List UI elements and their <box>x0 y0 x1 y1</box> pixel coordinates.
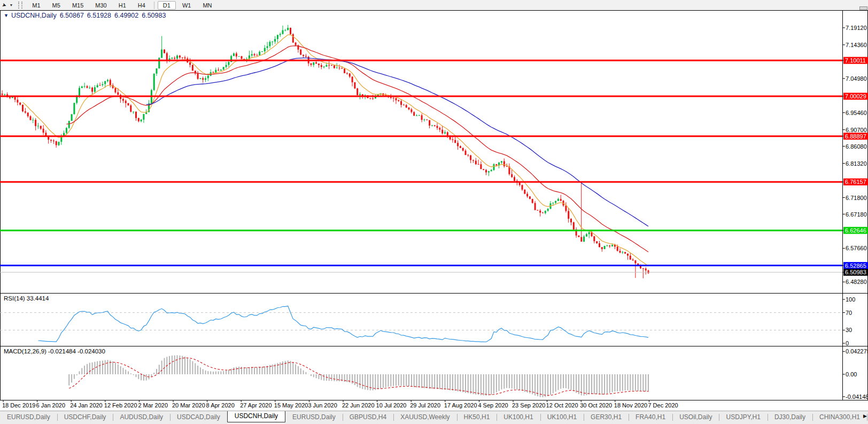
tab-item-fra40-h1[interactable]: FRA40,H1 <box>629 412 672 422</box>
svg-text:6.71800: 6.71800 <box>846 195 867 201</box>
macd-name: MACD(12,26,9) <box>4 348 46 354</box>
tab-item-gbpusd-h4[interactable]: GBPUSD,H4 <box>343 412 393 422</box>
tab-scroll-right-icon[interactable]: ▶ <box>863 413 867 419</box>
svg-text:18 Nov 2020: 18 Nov 2020 <box>614 402 647 408</box>
tab-item-china300-h1[interactable]: CHINA300,H1 <box>812 412 867 422</box>
svg-text:10 Jul 2020: 10 Jul 2020 <box>376 402 407 408</box>
close-value: 6.50983 <box>142 12 166 19</box>
svg-text:70: 70 <box>846 310 852 316</box>
svg-text:18 Dec 2019: 18 Dec 2019 <box>2 402 35 408</box>
svg-text:7.00029: 7.00029 <box>845 93 866 99</box>
svg-text:20 Mar 2020: 20 Mar 2020 <box>172 402 205 408</box>
svg-text:23 Sep 2020: 23 Sep 2020 <box>512 402 545 408</box>
rsi-value: 33.4414 <box>27 295 49 302</box>
tab-item-usdchf-daily[interactable]: USDCHF,Daily <box>57 412 113 422</box>
tab-item-xauusd-weekly[interactable]: XAUUSD,Weekly <box>393 412 456 422</box>
svg-text:6 Jan 2020: 6 Jan 2020 <box>36 402 65 408</box>
svg-text:6.52865: 6.52865 <box>845 263 866 269</box>
tab-item-usdjpy-h1[interactable]: USDJPY,H1 <box>719 412 767 422</box>
tab-item-uk100-h1[interactable]: UK100,H1 <box>497 412 540 422</box>
svg-text:7.14360: 7.14360 <box>846 42 867 48</box>
svg-text:6.67180: 6.67180 <box>846 211 867 218</box>
tab-item-usdcad-daily[interactable]: USDCAD,Daily <box>170 412 227 422</box>
svg-text:4 Sep 2020: 4 Sep 2020 <box>478 402 508 408</box>
svg-text:24 Jan 2020: 24 Jan 2020 <box>70 402 103 408</box>
svg-text:7.10011: 7.10011 <box>845 57 866 64</box>
tab-item-audusd-daily[interactable]: AUDUSD,Daily <box>113 412 170 422</box>
tab-item-hk50-h1[interactable]: HK50,H1 <box>457 412 497 422</box>
tab-item-usdcnh-daily[interactable]: USDCNH,Daily <box>227 411 285 422</box>
svg-text:30: 30 <box>846 327 852 333</box>
tab-item-eurusd-daily[interactable]: EURUSD,Daily <box>0 412 57 422</box>
svg-text:15 May 2020: 15 May 2020 <box>274 402 308 408</box>
low-value: 6.49902 <box>114 12 138 19</box>
svg-text:7.04980: 7.04980 <box>846 75 867 82</box>
rsi-name: RSI(14) <box>4 295 25 302</box>
svg-text:12 Feb 2020: 12 Feb 2020 <box>104 402 137 408</box>
symbol-caret-icon[interactable]: ▼ <box>4 13 9 18</box>
svg-text:6.90700: 6.90700 <box>846 127 867 133</box>
svg-text:6.62646: 6.62646 <box>845 227 866 234</box>
svg-text:7 Dec 2020: 7 Dec 2020 <box>648 402 678 408</box>
svg-text:7.19120: 7.19120 <box>846 25 867 31</box>
svg-text:0: 0 <box>846 340 849 346</box>
svg-text:3 Jun 2020: 3 Jun 2020 <box>308 402 337 408</box>
svg-text:6.95460: 6.95460 <box>846 110 867 116</box>
macd-values: -0.021484 -0.024030 <box>48 348 105 354</box>
svg-text:6.48280: 6.48280 <box>846 279 867 285</box>
tab-item-usoil-daily[interactable]: USOil,Daily <box>672 412 719 422</box>
tab-item-uk100-h1[interactable]: UK100,H1 <box>540 412 584 422</box>
svg-text:6.76157: 6.76157 <box>845 179 866 185</box>
high-value: 6.51928 <box>87 12 111 19</box>
svg-text:6.50983: 6.50983 <box>845 269 866 275</box>
svg-text:22 Jun 2020: 22 Jun 2020 <box>342 402 375 408</box>
svg-text:6.57660: 6.57660 <box>846 245 867 251</box>
svg-text:-0.04148: -0.04148 <box>846 394 868 400</box>
svg-text:29 Jul 2020: 29 Jul 2020 <box>410 402 440 408</box>
svg-text:30 Oct 2020: 30 Oct 2020 <box>580 402 612 408</box>
svg-text:0.042275: 0.042275 <box>846 348 868 354</box>
chart-ohlc-title: ▼USDCNH,Daily6.508676.519286.499026.5098… <box>4 12 166 27</box>
symbol-period-label: USDCNH,Daily <box>11 12 57 19</box>
svg-text:8 Apr 2020: 8 Apr 2020 <box>206 402 235 408</box>
mt4-window: ➤ ▼ M1M5M15M30H1H4D1W1MN 7.191207.143607… <box>0 0 868 424</box>
tab-item-ger30-h1[interactable]: GER30,H1 <box>584 412 629 422</box>
svg-text:0.00: 0.00 <box>846 371 857 377</box>
open-value: 6.50867 <box>60 12 84 19</box>
svg-text:6.86080: 6.86080 <box>846 143 867 150</box>
svg-text:27 Apr 2020: 27 Apr 2020 <box>240 402 272 408</box>
rsi-label: RSI(14) 33.4414 <box>4 295 49 308</box>
tab-item-eurusd-daily[interactable]: EURUSD,Daily <box>285 412 343 422</box>
tab-item-dj30-daily[interactable]: DJ30,Daily <box>768 412 812 422</box>
chart-canvas[interactable]: 7.191207.143607.100117.049807.000296.954… <box>0 0 868 411</box>
macd-label: MACD(12,26,9) -0.021484 -0.024030 <box>4 348 105 361</box>
svg-text:6.81320: 6.81320 <box>846 160 867 167</box>
svg-text:6.88897: 6.88897 <box>845 133 866 140</box>
svg-text:17 Aug 2020: 17 Aug 2020 <box>444 402 477 408</box>
svg-text:12 Oct 2020: 12 Oct 2020 <box>546 402 578 408</box>
svg-text:2 Mar 2020: 2 Mar 2020 <box>138 402 168 408</box>
chart-tab-bar: EURUSD,DailyUSDCHF,DailyAUDUSD,DailyUSDC… <box>0 411 868 423</box>
svg-text:100: 100 <box>846 296 855 303</box>
